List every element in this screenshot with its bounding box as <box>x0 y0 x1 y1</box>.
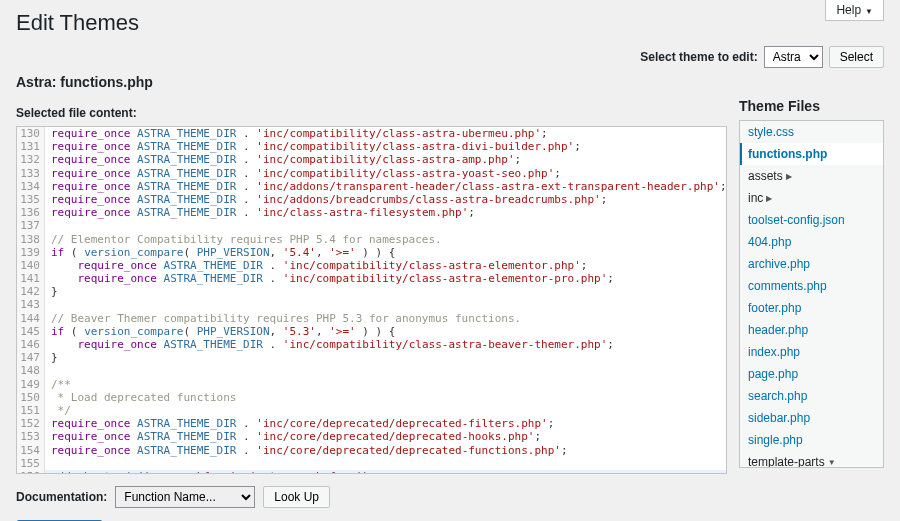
line-content: require_once ASTRA_THEME_DIR . 'inc/comp… <box>45 127 548 140</box>
line-content: require_once ASTRA_THEME_DIR . 'inc/comp… <box>45 259 587 272</box>
line-number: 142 <box>17 285 45 298</box>
file-tree-file[interactable]: 404.php <box>740 231 883 253</box>
line-content: */ <box>45 404 71 417</box>
theme-select[interactable]: Astra <box>764 46 823 68</box>
line-number: 130 <box>17 127 45 140</box>
code-line[interactable]: 148 <box>17 364 726 377</box>
file-tree-label: inc <box>748 191 763 205</box>
line-number: 135 <box>17 193 45 206</box>
code-line[interactable]: 139if ( version_compare( PHP_VERSION, '5… <box>17 246 726 259</box>
code-line[interactable]: 156add_shortcode('mysearchform', 'get_se… <box>17 470 726 474</box>
file-tree-folder[interactable]: inc <box>740 187 883 209</box>
line-number: 141 <box>17 272 45 285</box>
code-line[interactable]: 154require_once ASTRA_THEME_DIR . 'inc/c… <box>17 444 726 457</box>
file-tree-file[interactable]: search.php <box>740 385 883 407</box>
file-tree[interactable]: style.cssfunctions.phpassets inc toolset… <box>739 120 884 468</box>
file-tree-label: single.php <box>748 433 803 447</box>
line-content: require_once ASTRA_THEME_DIR . 'inc/core… <box>45 444 568 457</box>
code-line[interactable]: 137 <box>17 219 726 232</box>
lookup-button[interactable]: Look Up <box>263 486 330 508</box>
chevron-down-icon <box>865 3 873 17</box>
line-number: 143 <box>17 298 45 311</box>
file-tree-label: style.css <box>748 125 794 139</box>
file-tree-file[interactable]: page.php <box>740 363 883 385</box>
file-tree-file[interactable]: archive.php <box>740 253 883 275</box>
line-content: // Beaver Themer compatibility requires … <box>45 312 521 325</box>
select-theme-button[interactable]: Select <box>829 46 884 68</box>
chevron-right-icon <box>766 193 772 203</box>
file-tree-file[interactable]: style.css <box>740 121 883 143</box>
file-tree-file[interactable]: toolset-config.json <box>740 209 883 231</box>
code-line[interactable]: 152require_once ASTRA_THEME_DIR . 'inc/c… <box>17 417 726 430</box>
code-line[interactable]: 141 require_once ASTRA_THEME_DIR . 'inc/… <box>17 272 726 285</box>
code-line[interactable]: 145if ( version_compare( PHP_VERSION, '5… <box>17 325 726 338</box>
documentation-label: Documentation: <box>16 490 107 504</box>
file-tree-label: footer.php <box>748 301 801 315</box>
code-line[interactable]: 135require_once ASTRA_THEME_DIR . 'inc/a… <box>17 193 726 206</box>
code-line[interactable]: 140 require_once ASTRA_THEME_DIR . 'inc/… <box>17 259 726 272</box>
line-content: require_once ASTRA_THEME_DIR . 'inc/comp… <box>45 153 521 166</box>
line-content: require_once ASTRA_THEME_DIR . 'inc/comp… <box>45 338 614 351</box>
code-line[interactable]: 144// Beaver Themer compatibility requir… <box>17 312 726 325</box>
line-content: // Elementor Compatibility requires PHP … <box>45 233 442 246</box>
file-tree-file[interactable]: index.php <box>740 341 883 363</box>
code-line[interactable]: 142} <box>17 285 726 298</box>
code-line[interactable]: 155 <box>17 457 726 470</box>
theme-select-label: Select theme to edit: <box>640 50 757 64</box>
line-content: require_once ASTRA_THEME_DIR . 'inc/core… <box>45 430 541 443</box>
code-line[interactable]: 134require_once ASTRA_THEME_DIR . 'inc/a… <box>17 180 726 193</box>
code-line[interactable]: 153require_once ASTRA_THEME_DIR . 'inc/c… <box>17 430 726 443</box>
line-number: 153 <box>17 430 45 443</box>
file-tree-file[interactable]: functions.php <box>739 143 883 165</box>
line-content: require_once ASTRA_THEME_DIR . 'inc/comp… <box>45 140 581 153</box>
line-number: 150 <box>17 391 45 404</box>
file-tree-file[interactable]: comments.php <box>740 275 883 297</box>
code-line[interactable]: 151 */ <box>17 404 726 417</box>
file-tree-file[interactable]: header.php <box>740 319 883 341</box>
code-line[interactable]: 146 require_once ASTRA_THEME_DIR . 'inc/… <box>17 338 726 351</box>
help-tab[interactable]: Help <box>825 0 884 21</box>
code-line[interactable]: 130require_once ASTRA_THEME_DIR . 'inc/c… <box>17 127 726 140</box>
code-line[interactable]: 136require_once ASTRA_THEME_DIR . 'inc/c… <box>17 206 726 219</box>
file-tree-folder[interactable]: template-parts <box>740 451 883 468</box>
file-tree-label: template-parts <box>748 455 825 468</box>
code-line[interactable]: 138// Elementor Compatibility requires P… <box>17 233 726 246</box>
file-tree-label: search.php <box>748 389 807 403</box>
file-tree-label: toolset-config.json <box>748 213 845 227</box>
code-line[interactable]: 147} <box>17 351 726 364</box>
file-tree-label: assets <box>748 169 783 183</box>
line-content: if ( version_compare( PHP_VERSION, '5.3'… <box>45 325 395 338</box>
code-line[interactable]: 143 <box>17 298 726 311</box>
line-number: 146 <box>17 338 45 351</box>
line-content <box>45 457 51 470</box>
line-content: require_once ASTRA_THEME_DIR . 'inc/comp… <box>45 272 614 285</box>
code-line[interactable]: 149/** <box>17 378 726 391</box>
line-number: 147 <box>17 351 45 364</box>
file-tree-file[interactable]: single.php <box>740 429 883 451</box>
line-number: 145 <box>17 325 45 338</box>
line-content: require_once ASTRA_THEME_DIR . 'inc/addo… <box>45 180 727 193</box>
line-number: 136 <box>17 206 45 219</box>
line-number: 132 <box>17 153 45 166</box>
file-tree-label: header.php <box>748 323 808 337</box>
line-content: add_shortcode('mysearchform', 'get_searc… <box>45 470 376 474</box>
line-content <box>45 219 51 232</box>
file-tree-label: page.php <box>748 367 798 381</box>
help-label: Help <box>836 3 861 17</box>
line-content: if ( version_compare( PHP_VERSION, '5.4'… <box>45 246 395 259</box>
line-number: 154 <box>17 444 45 457</box>
code-line[interactable]: 150 * Load deprecated functions <box>17 391 726 404</box>
code-line[interactable]: 133require_once ASTRA_THEME_DIR . 'inc/c… <box>17 167 726 180</box>
file-tree-file[interactable]: footer.php <box>740 297 883 319</box>
code-editor[interactable]: 130require_once ASTRA_THEME_DIR . 'inc/c… <box>16 126 727 474</box>
line-number: 148 <box>17 364 45 377</box>
line-content <box>45 298 51 311</box>
line-number: 152 <box>17 417 45 430</box>
file-tree-folder[interactable]: assets <box>740 165 883 187</box>
line-number: 149 <box>17 378 45 391</box>
file-tree-file[interactable]: sidebar.php <box>740 407 883 429</box>
file-tree-label: sidebar.php <box>748 411 810 425</box>
code-line[interactable]: 132require_once ASTRA_THEME_DIR . 'inc/c… <box>17 153 726 166</box>
code-line[interactable]: 131require_once ASTRA_THEME_DIR . 'inc/c… <box>17 140 726 153</box>
documentation-select[interactable]: Function Name... <box>115 486 255 508</box>
